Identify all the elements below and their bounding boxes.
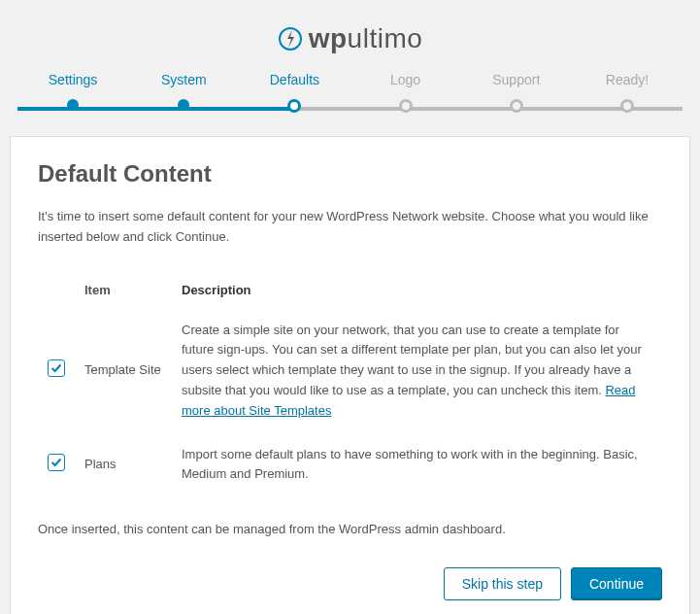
item-name: Template Site bbox=[75, 309, 172, 433]
step-dot-icon bbox=[178, 99, 189, 111]
brand-text: wpultimo bbox=[309, 23, 423, 54]
logo-area: wpultimo bbox=[0, 0, 700, 72]
col-item: Item bbox=[75, 275, 172, 309]
content-card: Default Content It's time to insert some… bbox=[10, 136, 690, 614]
table-row: Plans Import some default plans to have … bbox=[38, 433, 662, 497]
bolt-icon bbox=[278, 26, 303, 51]
step-dot-icon bbox=[510, 99, 523, 113]
setup-stepper: Settings System Defaults Logo Support Re… bbox=[17, 72, 683, 113]
item-description: Create a simple site on your network, th… bbox=[172, 309, 662, 433]
continue-button[interactable]: Continue bbox=[571, 567, 662, 600]
step-system[interactable]: System bbox=[128, 72, 239, 113]
skip-button[interactable]: Skip this step bbox=[444, 567, 561, 600]
item-name: Plans bbox=[75, 433, 172, 497]
step-support[interactable]: Support bbox=[461, 72, 572, 113]
item-description: Import some default plans to have someth… bbox=[172, 433, 662, 497]
page-title: Default Content bbox=[38, 160, 662, 188]
outro-text: Once inserted, this content can be manag… bbox=[38, 520, 662, 540]
step-dot-icon bbox=[620, 99, 634, 113]
defaults-table: Item Description Template Site Create a … bbox=[38, 275, 662, 497]
plans-checkbox[interactable] bbox=[48, 454, 65, 471]
check-icon bbox=[50, 361, 63, 375]
step-logo[interactable]: Logo bbox=[350, 72, 461, 113]
step-dot-icon bbox=[67, 99, 79, 111]
step-ready[interactable]: Ready! bbox=[572, 72, 683, 113]
step-dot-icon bbox=[399, 99, 413, 113]
col-description: Description bbox=[172, 275, 662, 309]
step-dot-icon bbox=[287, 99, 301, 113]
intro-text: It's time to insert some default content… bbox=[38, 207, 662, 248]
step-defaults[interactable]: Defaults bbox=[239, 72, 350, 113]
check-icon bbox=[50, 456, 63, 469]
brand-logo: wpultimo bbox=[278, 23, 423, 54]
table-row: Template Site Create a simple site on yo… bbox=[38, 309, 662, 433]
template-site-checkbox[interactable] bbox=[48, 359, 65, 377]
step-settings[interactable]: Settings bbox=[17, 72, 128, 113]
action-bar: Skip this step Continue bbox=[38, 567, 662, 600]
